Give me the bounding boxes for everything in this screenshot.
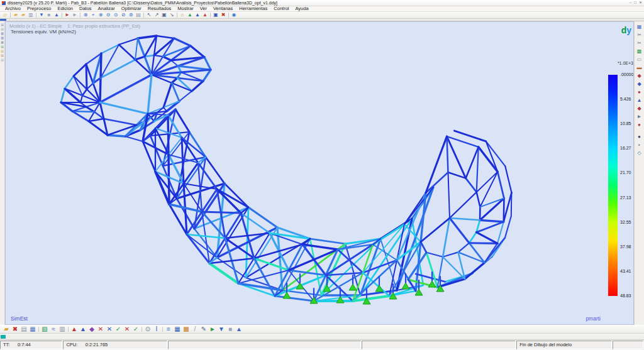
palette-tool-icon[interactable]: ▦ [637,23,642,31]
tables-icon[interactable]: ▦ [28,325,37,333]
ratio-ok-icon[interactable]: ✓ [114,325,123,333]
menu-preproceso[interactable]: Preproceso [24,6,54,11]
maximize-button[interactable]: □ [634,0,636,6]
print-preview-icon[interactable]: ▤ [135,12,142,18]
center-view-icon[interactable]: ⊛ [82,12,89,18]
anim-play-icon[interactable]: ▲ [235,325,243,333]
flag-icon[interactable]: ► [208,325,217,333]
view-home-icon[interactable]: ⌂ [179,12,186,18]
stop-case-icon[interactable]: ■ [45,12,53,18]
moment-icon[interactable]: ◆ [87,325,96,333]
truss-member [248,207,277,227]
menu-resultados[interactable]: Resultados [145,6,175,11]
render-icon[interactable]: ▩ [637,47,642,55]
menu-datos[interactable]: Datos [76,6,95,11]
menu-control[interactable]: Control [270,6,292,11]
measure-icon[interactable]: / [191,325,199,333]
open-model-icon[interactable]: ▰ [12,12,19,18]
menu-optimizar[interactable]: Optimizar [118,6,145,11]
palette-icon[interactable]: ▩ [182,325,191,333]
labels-icon[interactable]: I [152,325,161,333]
light-icon[interactable]: ● [638,121,641,129]
menu-archivo[interactable]: Archivo [2,6,24,11]
pick-element-icon[interactable]: ↗ [153,12,160,18]
zoom-window-icon[interactable]: ⊙ [112,12,119,18]
zoom-out-icon[interactable]: ⊖ [104,12,112,18]
menu-mostrar[interactable]: Mostrar [174,6,196,11]
close-case-icon[interactable]: ✖ [219,12,227,18]
axes-icon[interactable]: ▪ [638,141,640,149]
truss-member [426,136,447,193]
cut-plane-icon[interactable]: ✂ [637,39,641,47]
help-icon[interactable]: ◉ [230,12,238,18]
view-x-icon[interactable]: ▲ [186,12,194,18]
deformed-shape-icon[interactable]: ▧ [40,325,49,333]
layer-groups-icon[interactable]: ▤ [1,49,4,53]
menu-analizar[interactable]: Analizar [95,6,118,11]
layer-materials-icon[interactable]: ▤ [1,53,4,58]
layer-geometry-icon[interactable]: ▤ [1,27,4,31]
open-recent-icon[interactable]: ▰ [19,12,27,18]
view-y-icon[interactable]: ▲ [194,12,201,18]
minimize-button[interactable]: – [630,0,631,6]
menu-ver[interactable]: Ver [197,6,210,11]
view-z-icon[interactable]: ▲ [201,12,209,18]
shear-icon[interactable]: ▲ [79,325,87,333]
diagrams-icon[interactable]: ▥ [58,325,67,333]
step-icon[interactable]: ► [71,12,79,18]
layer-supports-icon[interactable]: ▥ [1,36,4,40]
numbering-icon[interactable]: ≡ [164,325,173,333]
model-viewport[interactable] [6,22,634,325]
pick-node-icon[interactable]: ↖ [145,12,153,18]
iso-view1-icon[interactable]: ◆ [637,72,641,80]
prev-case-icon[interactable]: ▼ [38,12,45,18]
layer-results-icon[interactable]: ▤ [1,45,4,49]
tension-check-icon[interactable]: ✕ [96,325,105,333]
layer-loads-icon[interactable]: ▥ [1,31,4,36]
zoom-extents-icon[interactable]: ⊚ [127,12,135,18]
title-bar: disseny2025 (v 25.20 P. Martí) - Pab_B3 … [0,0,644,6]
annotate-icon[interactable]: ✎ [199,325,208,333]
report-icon[interactable]: ▤ [19,325,28,333]
probe-icon[interactable]: ⊙ [143,325,152,333]
ratio-fail-icon[interactable]: ✕ [123,325,131,333]
iso-view2-icon[interactable]: ◆ [637,80,641,88]
menu-ventanas[interactable]: Ventanas [210,6,236,11]
zoom-prev-icon[interactable]: ⊘ [119,12,127,18]
zoom-all-icon[interactable]: + [89,12,97,18]
background-icon[interactable]: ● [638,133,641,141]
rotate-left-icon[interactable]: ● [638,88,641,96]
perspective-icon[interactable]: ► [637,112,642,121]
pick-window-icon[interactable]: ▣ [160,12,168,18]
rotate-right-icon[interactable]: ▲ [637,96,642,104]
info-icon[interactable]: ◇ [637,149,641,157]
next-case-icon[interactable]: ▲ [53,12,60,18]
close-button[interactable]: ✕ [639,0,642,6]
layer-views-icon[interactable]: ▤ [1,58,4,62]
mode-shapes-icon[interactable]: ≈ [49,325,58,333]
run-icon[interactable]: ► [64,12,71,18]
compression-check-icon[interactable]: ✕ [105,325,114,333]
model-canvas[interactable]: Modelo (v 1) - EC Simple 1: Peso propio … [5,21,634,325]
import-icon[interactable]: ▥ [27,12,35,18]
delete-results-icon[interactable]: ✖ [11,325,19,333]
new-model-icon[interactable]: ▱ [1,12,9,18]
axial-icon[interactable]: ▲ [70,325,79,333]
anim-stop-icon[interactable]: ■ [226,325,235,333]
results-file-icon[interactable]: ▰ [2,325,11,333]
pick-clear-icon[interactable]: ↘ [168,12,175,18]
layer-mesh-icon[interactable]: ▦ [1,40,4,45]
shaded-icon[interactable]: ▬ [637,63,642,72]
save-icon[interactable]: ▣ [212,12,219,18]
wireframe-icon[interactable]: ▭ [637,55,642,63]
zoom-in-icon[interactable]: ⊕ [97,12,104,18]
anim-back-icon[interactable]: ▼ [217,325,226,333]
verify-icon[interactable]: ✓ [131,325,140,333]
menu-herramientas[interactable]: Herramientas [236,6,270,11]
cut-section-icon[interactable]: ✂ [637,31,641,39]
menu-ayuda[interactable]: Ayuda [292,6,311,11]
menu-edición[interactable]: Edición [54,6,76,11]
legend-icon[interactable]: ▦ [173,325,182,333]
spin-icon[interactable]: ◆ [637,104,641,112]
layer-model-icon[interactable]: ▤ [1,23,4,27]
